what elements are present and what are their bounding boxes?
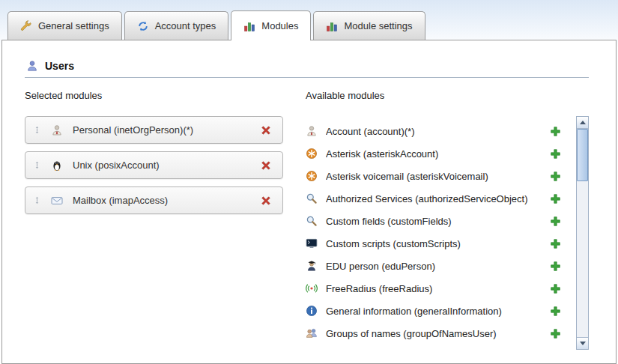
scrollbar-down-button[interactable] <box>577 337 588 349</box>
tab-label: Account types <box>155 20 216 31</box>
magnifier-icon <box>306 215 318 227</box>
tab-general-settings[interactable]: General settings <box>7 11 122 40</box>
selected-module-label: Personal (inetOrgPerson)(*) <box>73 124 193 136</box>
remove-module-icon[interactable] <box>260 195 272 207</box>
magnifier-icon <box>306 192 318 204</box>
available-module-label: Custom scripts (customScripts) <box>326 238 461 249</box>
arrow-up-icon <box>580 121 586 124</box>
available-module-item: Custom scripts (customScripts) <box>306 232 573 255</box>
tab-label: Module settings <box>344 20 412 31</box>
available-module-label: Account (account)(*) <box>326 126 415 137</box>
available-module-item: Asterisk (asteriskAccount) <box>306 142 573 165</box>
add-module-icon[interactable] <box>550 148 561 160</box>
wrench-icon <box>20 20 32 32</box>
selected-module-item[interactable]: Mailbox (imapAccess) <box>25 186 283 214</box>
drag-handle-icon[interactable] <box>33 124 41 136</box>
selected-modules-column: Selected modules Personal (inetOrgPerson… <box>25 90 283 350</box>
section-title: Users <box>45 60 74 72</box>
content-panel: Users Selected modules Personal (inetOrg… <box>1 40 617 364</box>
add-module-icon[interactable] <box>550 193 561 204</box>
tab-module-settings[interactable]: Module settings <box>313 11 425 40</box>
add-module-icon[interactable] <box>550 261 561 272</box>
available-module-item: FreeRadius (freeRadius) <box>306 277 573 300</box>
available-module-label: Authorized Services (authorizedServiceOb… <box>326 193 528 204</box>
available-modules-list: Account (account)(*)Asterisk (asteriskAc… <box>306 116 573 345</box>
edu-person-icon <box>306 260 318 272</box>
available-module-item: Custom fields (customFields) <box>306 210 573 232</box>
module-settings-icon <box>326 20 338 32</box>
add-module-icon[interactable] <box>550 171 561 182</box>
asterisk-icon <box>306 148 318 160</box>
section-divider <box>25 77 589 78</box>
available-module-item: Asterisk voicemail (asteriskVoicemail) <box>306 165 573 187</box>
selected-module-item[interactable]: Personal (inetOrgPerson)(*) <box>25 116 283 144</box>
available-module-item: Groups of names (groupOfNamesUser) <box>306 322 573 345</box>
section-header: Users <box>26 60 589 72</box>
scrollbar-track[interactable] <box>577 129 588 337</box>
available-module-label: Asterisk (asteriskAccount) <box>326 148 438 160</box>
personal-icon <box>51 124 63 136</box>
tab-account-types[interactable]: Account types <box>124 11 229 40</box>
selected-modules-list: Personal (inetOrgPerson)(*)Unix (posixAc… <box>25 116 283 214</box>
users-icon <box>26 60 38 72</box>
tab-bar: General settingsAccount typesModulesModu… <box>0 0 618 40</box>
selected-modules-heading: Selected modules <box>25 90 283 101</box>
scrollbar[interactable] <box>576 116 589 350</box>
remove-module-icon[interactable] <box>260 160 272 172</box>
info-icon <box>306 305 318 317</box>
available-module-label: FreeRadius (freeRadius) <box>326 283 432 294</box>
tab-label: Modules <box>261 20 298 31</box>
group-icon <box>306 327 318 339</box>
add-module-icon[interactable] <box>550 238 561 249</box>
selected-module-item[interactable]: Unix (posixAccount) <box>25 151 283 179</box>
arrow-down-icon <box>580 342 586 345</box>
available-module-label: EDU person (eduPerson) <box>326 261 435 272</box>
available-modules-column: Available modules Account (account)(*)As… <box>306 90 589 350</box>
available-module-label: General information (generalInformation) <box>326 306 502 317</box>
available-modules-area: Account (account)(*)Asterisk (asteriskAc… <box>306 116 589 350</box>
scrollbar-up-button[interactable] <box>577 117 588 129</box>
drag-handle-icon[interactable] <box>33 195 41 206</box>
drag-handle-icon[interactable] <box>33 160 41 171</box>
available-module-item: Authorized Services (authorizedServiceOb… <box>306 187 573 210</box>
modules-icon <box>243 20 255 32</box>
available-module-label: Custom fields (customFields) <box>326 216 452 227</box>
add-module-icon[interactable] <box>550 328 561 339</box>
available-module-label: Groups of names (groupOfNamesUser) <box>326 328 497 339</box>
add-module-icon[interactable] <box>550 306 561 317</box>
available-module-item: General information (generalInformation) <box>306 300 573 322</box>
radio-icon <box>306 282 318 294</box>
scrollbar-thumb[interactable] <box>577 129 588 181</box>
account-types-icon <box>137 20 149 32</box>
remove-module-icon[interactable] <box>260 124 272 136</box>
add-module-icon[interactable] <box>550 283 561 294</box>
modules-columns: Selected modules Personal (inetOrgPerson… <box>25 90 589 350</box>
terminal-icon <box>306 237 318 249</box>
available-module-item: Account (account)(*) <box>306 120 573 142</box>
tab-modules[interactable]: Modules <box>231 10 311 40</box>
available-module-label: Asterisk voicemail (asteriskVoicemail) <box>326 171 488 182</box>
asterisk-icon <box>306 170 318 182</box>
add-module-icon[interactable] <box>550 216 561 227</box>
available-modules-heading: Available modules <box>306 90 589 101</box>
selected-module-label: Mailbox (imapAccess) <box>73 195 168 206</box>
tab-label: General settings <box>38 20 109 31</box>
account-icon <box>306 125 318 137</box>
add-module-icon[interactable] <box>550 126 561 137</box>
penguin-icon <box>51 160 63 172</box>
selected-module-label: Unix (posixAccount) <box>73 160 160 171</box>
available-module-item: EDU person (eduPerson) <box>306 255 573 277</box>
mailbox-icon <box>51 195 63 207</box>
